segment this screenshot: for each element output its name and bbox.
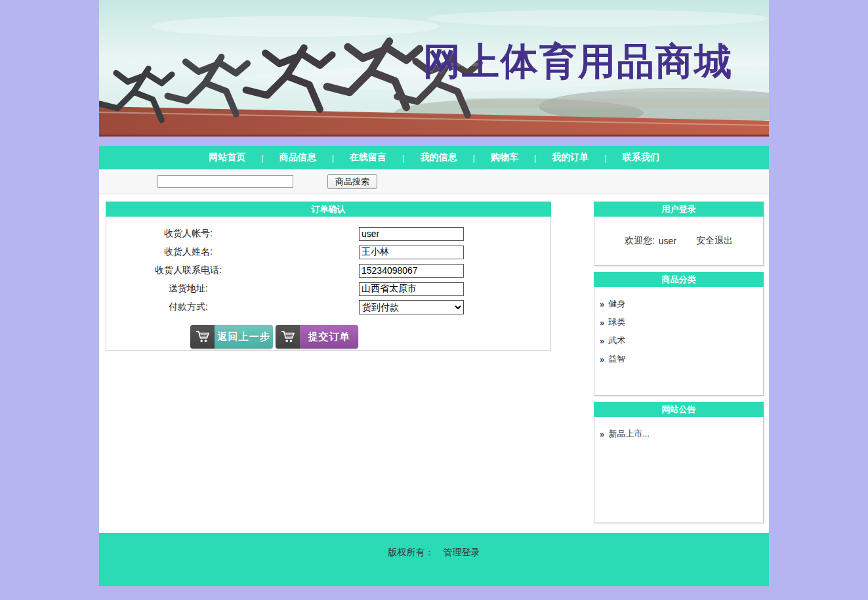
category-label: 健身 xyxy=(608,298,625,310)
form-buttons: 返回上一步 提交订单 xyxy=(190,325,550,349)
form-row-name: 收货人姓名: xyxy=(106,243,550,261)
arrow-bullet-icon: » xyxy=(600,300,604,309)
announcement-label: 新品上市... xyxy=(608,428,650,440)
payment-method-label: 付款方式: xyxy=(106,301,270,313)
categories-list: » 健身 » 球类 » 武术 » 益智 xyxy=(594,287,764,396)
order-form: 收货人帐号: 收货人姓名: 收货人联系电话: 送货地址: 付款方式: xyxy=(106,217,551,351)
welcome-label: 欢迎您: xyxy=(625,235,655,247)
form-row-phone: 收货人联系电话: xyxy=(106,261,550,280)
order-panel-title: 订单确认 xyxy=(106,202,551,217)
nav-separator: | xyxy=(402,153,404,163)
sidebar: 用户登录 欢迎您: user 安全退出 商品分类 » 健身 » 球类 xyxy=(594,202,764,533)
category-label: 益智 xyxy=(608,353,625,365)
delivery-address-field[interactable] xyxy=(359,282,464,296)
nav-separator: | xyxy=(473,153,475,163)
banner-nav-gap xyxy=(99,137,769,146)
nav-separator: | xyxy=(261,153,263,163)
user-login-panel: 用户登录 欢迎您: user 安全退出 xyxy=(594,202,764,266)
submit-order-button[interactable]: 提交订单 xyxy=(276,325,358,349)
category-label: 球类 xyxy=(608,316,625,328)
announcements-list: » 新品上市... xyxy=(594,417,764,523)
receiver-name-label: 收货人姓名: xyxy=(106,246,270,258)
main-content: 订单确认 收货人帐号: 收货人姓名: 收货人联系电话: 送货地址: xyxy=(99,194,769,533)
announcement-item-new-arrivals[interactable]: » 新品上市... xyxy=(600,425,763,443)
category-item-martial-arts[interactable]: » 武术 xyxy=(600,332,763,350)
arrow-bullet-icon: » xyxy=(600,318,604,327)
payment-method-select[interactable]: 货到付款 xyxy=(359,300,464,314)
nav-item-messages[interactable]: 在线留言 xyxy=(350,152,386,163)
category-label: 武术 xyxy=(608,335,625,347)
cart-icon xyxy=(276,325,300,349)
nav-item-my-orders[interactable]: 我的订单 xyxy=(552,152,589,163)
site-title: 网上体育用品商城 xyxy=(423,37,733,87)
nav-separator: | xyxy=(604,153,606,163)
copyright-label: 版权所有： xyxy=(388,547,434,559)
logout-link[interactable]: 安全退出 xyxy=(696,235,733,247)
submit-order-button-label: 提交订单 xyxy=(300,325,358,349)
page-bottom-gap xyxy=(99,586,769,596)
form-row-payment: 付款方式: 货到付款 xyxy=(106,298,550,316)
receiver-phone-label: 收货人联系电话: xyxy=(106,265,270,276)
category-item-puzzle[interactable]: » 益智 xyxy=(600,350,763,368)
logged-in-username: user xyxy=(659,236,676,246)
arrow-bullet-icon: » xyxy=(600,337,604,345)
search-input[interactable] xyxy=(157,175,293,188)
search-button[interactable]: 商品搜索 xyxy=(327,174,377,189)
nav-separator: | xyxy=(534,153,536,163)
arrow-bullet-icon: » xyxy=(600,355,604,364)
receiver-account-field[interactable] xyxy=(359,227,464,241)
main-nav: 网站首页 | 商品信息 | 在线留言 | 我的信息 | 购物车 | 我的订单 |… xyxy=(99,146,769,169)
announcements-title: 网站公告 xyxy=(594,402,764,417)
arrow-bullet-icon: » xyxy=(600,430,604,439)
categories-title: 商品分类 xyxy=(594,272,764,287)
banner: 网上体育用品商城 xyxy=(99,0,769,137)
nav-item-cart[interactable]: 购物车 xyxy=(491,152,518,163)
form-row-address: 送货地址: xyxy=(106,280,550,298)
delivery-address-label: 送货地址: xyxy=(106,283,270,295)
user-login-body: 欢迎您: user 安全退出 xyxy=(594,217,764,266)
footer: 版权所有： 管理登录 xyxy=(99,533,769,586)
user-login-title: 用户登录 xyxy=(594,202,764,217)
nav-separator: | xyxy=(332,153,334,163)
receiver-name-field[interactable] xyxy=(359,246,464,259)
page-container: 网上体育用品商城 网站首页 | 商品信息 | 在线留言 | 我的信息 | 购物车… xyxy=(99,0,769,596)
search-bar: 商品搜索 xyxy=(99,169,769,194)
announcements-panel: 网站公告 » 新品上市... xyxy=(594,402,764,523)
receiver-account-label: 收货人帐号: xyxy=(106,228,270,240)
categories-panel: 商品分类 » 健身 » 球类 » 武术 » xyxy=(594,272,764,396)
nav-item-my-info[interactable]: 我的信息 xyxy=(421,152,457,163)
nav-item-contact[interactable]: 联系我们 xyxy=(623,152,659,163)
admin-login-link[interactable]: 管理登录 xyxy=(444,547,480,559)
form-row-account: 收货人帐号: xyxy=(106,225,550,243)
back-button[interactable]: 返回上一步 xyxy=(190,325,273,349)
category-item-balls[interactable]: » 球类 xyxy=(600,313,763,332)
order-confirmation-panel: 订单确认 收货人帐号: 收货人姓名: 收货人联系电话: 送货地址: xyxy=(106,202,551,533)
category-item-fitness[interactable]: » 健身 xyxy=(600,295,763,313)
back-button-label: 返回上一步 xyxy=(215,325,273,349)
nav-item-home[interactable]: 网站首页 xyxy=(209,152,245,163)
receiver-phone-field[interactable] xyxy=(359,264,464,278)
nav-item-products[interactable]: 商品信息 xyxy=(279,152,316,163)
cart-icon xyxy=(190,325,215,349)
